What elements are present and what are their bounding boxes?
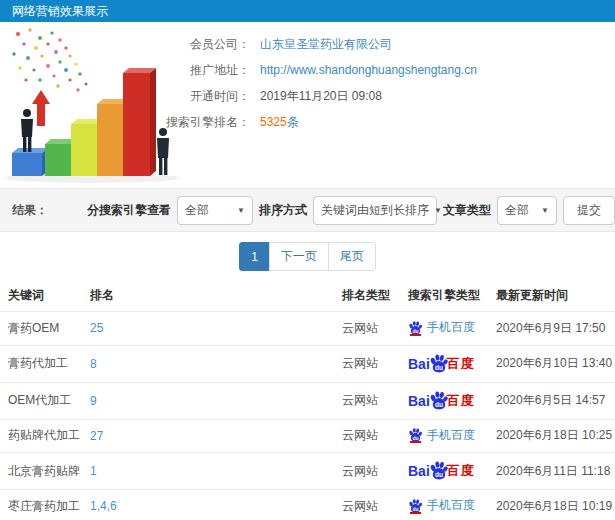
table-header: 关键词 排名 排名类型 搜索引擎类型 最新更新时间 [0, 280, 615, 312]
baidu-logo: Bai du 百度 [408, 353, 475, 375]
info-row-rank: 搜索引擎排名：5325条 [148, 109, 615, 135]
mobile-baidu-badge: du 手机百度 [408, 319, 475, 336]
article-type-select[interactable]: 全部 ▼ [497, 196, 557, 225]
company-info-list: 会员公司：山东皇圣堂药业有限公司 推广地址：http://www.shandon… [148, 31, 615, 135]
keyword-cell: 北京膏药贴牌 [0, 453, 82, 490]
rank-cell: 25 [82, 312, 334, 346]
mobile-baidu-icon: du [408, 427, 423, 443]
svg-text:du: du [412, 506, 418, 511]
article-type-label: 文章类型 [443, 202, 491, 219]
results-table: 关键词 排名 排名类型 搜索引擎类型 最新更新时间 膏药OEM 25 云网站 d… [0, 280, 615, 520]
baidu-paw-icon: du [429, 460, 449, 480]
confetti-dots [12, 28, 87, 91]
svg-text:du: du [412, 436, 418, 441]
opened-time-value: 2019年11月20日 09:08 [260, 89, 382, 103]
mobile-baidu-label: 手机百度 [427, 427, 475, 444]
updated-cell: 2020年6月18日 10:25 [488, 419, 615, 453]
mobile-baidu-badge: du 手机百度 [408, 427, 475, 444]
table-row: 枣庄膏药加工 1,4,6 云网站 du 手机百度 2020年6月18日 10:1… [0, 490, 615, 520]
rank-type-cell: 云网站 [334, 312, 400, 346]
chevron-down-icon: ▼ [434, 206, 442, 215]
bar-blue [12, 148, 48, 176]
mobile-baidu-label: 手机百度 [427, 319, 475, 336]
rank-link[interactable]: 25 [90, 321, 103, 335]
engine-cell: du 手机百度 [400, 490, 488, 520]
promo-url-label: 推广地址： [148, 57, 250, 83]
last-page-button[interactable]: 尾页 [328, 242, 376, 271]
filter-controls: 分搜索引擎查看 全部 ▼ 排序方式 关键词由短到长排序 ▼ 文章类型 全部 ▼ … [87, 196, 615, 225]
rank-link[interactable]: 27 [90, 429, 103, 443]
engine-cell: du 手机百度 [400, 312, 488, 346]
updated-cell: 2020年6月18日 10:19 [488, 490, 615, 520]
page-button-current[interactable]: 1 [239, 242, 270, 271]
next-page-button[interactable]: 下一页 [269, 242, 329, 271]
keyword-cell: 枣庄膏药加工 [0, 490, 82, 520]
submit-button[interactable]: 提交 [563, 196, 615, 225]
sort-filter-label: 排序方式 [259, 202, 307, 219]
company-label: 会员公司： [148, 31, 250, 57]
rank-link[interactable]: 1 [90, 464, 97, 478]
baidu-logo-bai: Bai [408, 463, 430, 479]
header-keyword: 关键词 [0, 280, 82, 312]
baidu-paw-icon: du [408, 427, 423, 442]
rank-link[interactable]: 1,4,6 [90, 499, 117, 513]
baidu-paw-icon: du [429, 390, 449, 410]
header-rank: 排名 [82, 280, 334, 312]
table-row: 膏药OEM 25 云网站 du 手机百度 2020年6月9日 17:50 [0, 312, 615, 346]
rank-link[interactable]: 9 [90, 394, 97, 408]
table-row: 药贴牌代加工 27 云网站 du 手机百度 2020年6月18日 10:25 [0, 419, 615, 453]
rank-cell: 1 [82, 453, 334, 490]
table-row: 膏药代加工 8 云网站 Bai du 百度 2020年6月10日 13:40 [0, 345, 615, 382]
page-title: 网络营销效果展示 [12, 4, 108, 18]
opened-time-label: 开通时间： [148, 83, 250, 109]
rank-type-cell: 云网站 [334, 419, 400, 453]
info-row-company: 会员公司：山东皇圣堂药业有限公司 [148, 31, 615, 57]
rank-count: 5325 [260, 115, 287, 129]
baidu-logo-cn: 百度 [447, 462, 475, 480]
svg-text:du: du [435, 471, 443, 478]
engine-filter-value: 全部 [185, 202, 209, 219]
baidu-logo-bai: Bai [408, 393, 430, 409]
promo-url-link[interactable]: http://www.shandonghuangshengtang.cn [260, 63, 477, 77]
rank-cell: 27 [82, 419, 334, 453]
businessman-right [157, 128, 169, 175]
rank-type-cell: 云网站 [334, 382, 400, 419]
keyword-cell: 膏药OEM [0, 312, 82, 346]
svg-text:du: du [435, 364, 443, 371]
baidu-paw-icon: du [408, 498, 423, 513]
chevron-down-icon: ▼ [237, 206, 245, 215]
filter-bar: 结果： 分搜索引擎查看 全部 ▼ 排序方式 关键词由短到长排序 ▼ 文章类型 全… [0, 188, 615, 232]
title-bar: 网络营销效果展示 [0, 0, 615, 22]
header-engine-type: 搜索引擎类型 [400, 280, 488, 312]
keyword-cell: 药贴牌代加工 [0, 419, 82, 453]
header-rank-type: 排名类型 [334, 280, 400, 312]
sort-filter-select[interactable]: 关键词由短到长排序 ▼ [313, 196, 437, 225]
engine-cell: du 手机百度 [400, 419, 488, 453]
updated-cell: 2020年6月11日 11:18 [488, 453, 615, 490]
keyword-cell: 膏药代加工 [0, 345, 82, 382]
rank-link[interactable]: 8 [90, 357, 97, 371]
chevron-down-icon: ▼ [541, 206, 549, 215]
baidu-logo-cn: 百度 [447, 392, 475, 410]
baidu-logo: Bai du 百度 [408, 460, 475, 482]
table-row: OEM代加工 9 云网站 Bai du 百度 2020年6月5日 14:57 [0, 382, 615, 419]
baidu-underline [410, 512, 421, 514]
svg-text:du: du [412, 328, 418, 333]
rank-cell: 1,4,6 [82, 490, 334, 520]
engine-cell: Bai du 百度 [400, 345, 488, 382]
businessman-left [21, 109, 33, 152]
rank-type-cell: 云网站 [334, 345, 400, 382]
article-type-value: 全部 [505, 202, 529, 219]
rank-type-cell: 云网站 [334, 490, 400, 520]
updated-cell: 2020年6月10日 13:40 [488, 345, 615, 382]
mobile-baidu-badge: du 手机百度 [408, 497, 475, 514]
updated-cell: 2020年6月5日 14:57 [488, 382, 615, 419]
baidu-underline [410, 441, 421, 443]
svg-text:du: du [435, 401, 443, 408]
company-link[interactable]: 山东皇圣堂药业有限公司 [260, 37, 392, 51]
rank-type-cell: 云网站 [334, 453, 400, 490]
engine-filter-select[interactable]: 全部 ▼ [177, 196, 253, 225]
info-row-url: 推广地址：http://www.shandonghuangshengtang.c… [148, 57, 615, 83]
table-row: 北京膏药贴牌 1 云网站 Bai du 百度 2020年6月11日 11:18 [0, 453, 615, 490]
keyword-cell: OEM代加工 [0, 382, 82, 419]
